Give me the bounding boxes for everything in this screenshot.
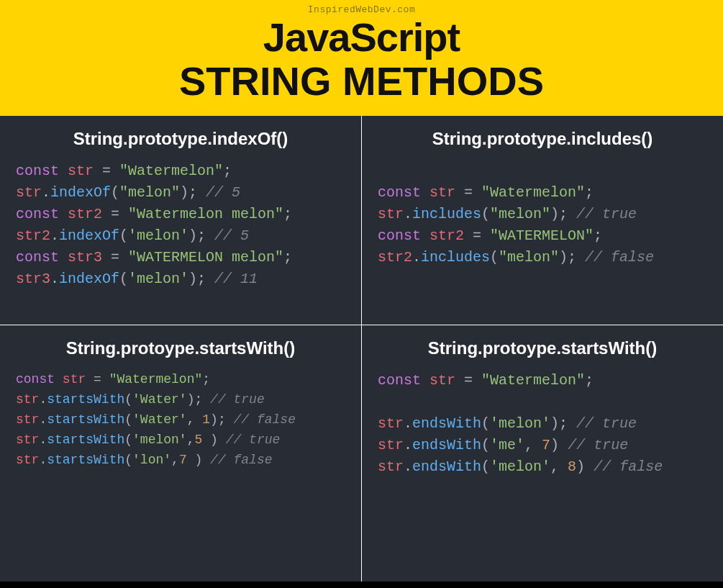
cell-title: String.prototype.includes() xyxy=(378,129,707,149)
source-url: InspiredWebDev.com xyxy=(0,4,723,15)
cell-indexof: String.prototype.indexOf() const str = "… xyxy=(0,116,361,325)
title-line-1: JavaScript xyxy=(0,17,723,59)
code-block: const str = "Watermelon"; str.endsWith('… xyxy=(378,370,707,478)
code-block: const str = "Watermelon"; str.includes("… xyxy=(378,160,707,268)
code-block: const str = "Watermelon"; str.indexOf("m… xyxy=(16,160,345,290)
cell-endswith: String.protoype.startsWith() const str =… xyxy=(362,325,723,582)
cell-title: String.protoype.startsWith() xyxy=(16,338,345,358)
cell-title: String.protoype.startsWith() xyxy=(378,338,707,358)
title-line-2: STRING METHODS xyxy=(0,59,723,104)
cell-startswith: String.protoype.startsWith() const str =… xyxy=(0,325,361,582)
cell-includes: String.prototype.includes() const str = … xyxy=(362,116,723,325)
cell-title: String.prototype.indexOf() xyxy=(16,129,345,149)
code-block: const str = "Watermelon"; str.startsWith… xyxy=(16,370,345,470)
methods-grid: String.prototype.indexOf() const str = "… xyxy=(0,116,723,582)
header: InspiredWebDev.com JavaScript STRING MET… xyxy=(0,0,723,116)
